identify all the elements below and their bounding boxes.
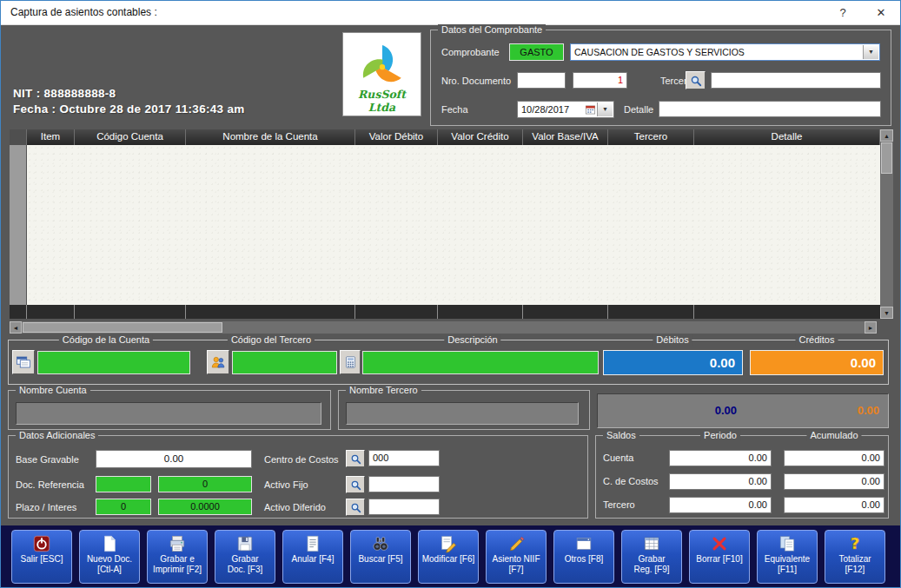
- comprobante-code-field[interactable]: GASTO: [509, 43, 564, 61]
- fecha-datepicker[interactable]: 10/28/2017 ▼: [517, 101, 614, 118]
- codigo-tercero-label: Código del Tercero: [228, 334, 315, 346]
- search-icon: [350, 502, 361, 513]
- borrar-label: Borrar [F10]: [696, 554, 742, 565]
- horizontal-scrollbar[interactable]: ◄ ►: [10, 321, 877, 334]
- grabar-doc-button[interactable]: Grabar Doc. [F3]: [215, 530, 275, 584]
- column-header-nombre-cuenta[interactable]: Nombre de la Cuenta: [186, 129, 355, 145]
- title-bar: Captura de asientos contables : ? ✕: [1, 1, 900, 25]
- void-document-icon: [303, 534, 322, 553]
- anular-button[interactable]: Anular [F4]: [282, 530, 343, 584]
- creditos-amount-field[interactable]: 0.00: [750, 350, 884, 375]
- activo-fijo-search-button[interactable]: [346, 476, 365, 493]
- calculator-button[interactable]: [340, 350, 361, 374]
- fecha-text: Fecha : Octubre 28 de 2017 11:36:43 am: [13, 102, 245, 116]
- nombre-tercero-display: [346, 402, 579, 425]
- column-header-valor-credito[interactable]: Valor Crédito: [438, 129, 523, 145]
- column-header-item[interactable]: Item: [27, 129, 75, 145]
- debitos-amount-field[interactable]: 0.00: [603, 350, 743, 375]
- comprobante-label: Comprobante: [441, 47, 500, 57]
- equivalent-docs-icon: [778, 534, 797, 553]
- otros-button[interactable]: Otros [F8]: [553, 530, 614, 584]
- fecha-label: Fecha: [441, 104, 468, 115]
- grid-footer-strip: [10, 305, 880, 319]
- scroll-up-icon[interactable]: ▲: [880, 129, 893, 142]
- equivalente-button[interactable]: Equivalente [F11]: [757, 530, 818, 584]
- scroll-left-icon[interactable]: ◄: [10, 321, 22, 334]
- documento-prefix-field[interactable]: [517, 72, 566, 89]
- logo-text: RusSoft Ltda: [343, 88, 421, 114]
- chevron-down-icon[interactable]: ▼: [863, 45, 878, 59]
- help-button[interactable]: ?: [824, 1, 862, 24]
- grid-body[interactable]: [10, 145, 880, 305]
- tercero-field[interactable]: [711, 72, 881, 89]
- grabar-imprimir-label: Grabar e Imprimir [F2]: [153, 554, 202, 575]
- vertical-scroll-thumb[interactable]: [881, 142, 892, 174]
- plazo-field[interactable]: 0: [96, 499, 151, 515]
- acumulado-label: Acumulado: [806, 430, 861, 441]
- entry-row: Código de la Cuenta Código del Tercero D…: [8, 340, 889, 385]
- nuevo-doc-label: Nuevo Doc. [Ctl-A]: [87, 554, 132, 575]
- descripcion-label: Descripción: [444, 334, 500, 346]
- totals-panel: 0.00 0.00: [597, 393, 889, 428]
- column-header-detalle[interactable]: Detalle: [694, 129, 880, 145]
- centro-costos-search-button[interactable]: [346, 450, 365, 467]
- comprobante-groupbox: Datos del Comprobante Comprobante GASTO …: [430, 30, 891, 126]
- grabar-reg-button[interactable]: Grabar Reg. [F9]: [621, 530, 682, 584]
- tercero-lookup-button[interactable]: [207, 350, 229, 374]
- toolbar: Salir [ESC] Nuevo Doc. [Ctl-A] Grabar e …: [1, 525, 901, 588]
- centro-costos-field[interactable]: 000: [368, 450, 440, 466]
- detalle-field[interactable]: [659, 101, 881, 117]
- salir-button[interactable]: Salir [ESC]: [11, 530, 72, 584]
- codigo-cuenta-label: Código de la Cuenta: [59, 334, 153, 346]
- base-gravable-field[interactable]: 0.00: [96, 450, 252, 468]
- grabar-imprimir-button[interactable]: Grabar e Imprimir [F2]: [147, 530, 208, 584]
- documento-number-field[interactable]: 1: [573, 72, 627, 89]
- saldo-ccostos-acumulado: 0.00: [784, 473, 884, 490]
- column-header-codigo-cuenta[interactable]: Código Cuenta: [75, 129, 186, 145]
- fecha-value: 10/28/2017: [521, 104, 569, 115]
- grabar-doc-label: Grabar Doc. [F3]: [228, 554, 263, 575]
- modificar-button[interactable]: Modificar [F6]: [418, 530, 479, 584]
- doc-referencia-label: Doc. Referencia: [16, 479, 84, 490]
- equivalente-label: Equivalente [F11]: [765, 554, 810, 575]
- nombre-cuenta-label: Nombre Cuenta: [16, 385, 90, 396]
- nit-text: NIT : 888888888-8: [13, 87, 116, 100]
- nuevo-doc-button[interactable]: Nuevo Doc. [Ctl-A]: [79, 530, 140, 584]
- comprobante-select[interactable]: CAUSACION DE GASTOS Y SERVICIOS ▼: [570, 43, 880, 61]
- grid-rows-area[interactable]: [27, 145, 880, 305]
- column-header-valor-base-iva[interactable]: Valor Base/IVA: [523, 129, 608, 145]
- activo-fijo-field[interactable]: [368, 476, 440, 492]
- cuenta-lookup-button[interactable]: [12, 350, 35, 374]
- saldo-cuenta-acumulado: 0.00: [784, 450, 884, 466]
- borrar-button[interactable]: Borrar [F10]: [689, 530, 750, 584]
- scroll-right-icon[interactable]: ►: [865, 321, 877, 334]
- buscar-button[interactable]: Buscar [F5]: [350, 530, 411, 584]
- doc-referencia-numero-field[interactable]: 0: [158, 476, 252, 492]
- doc-referencia-tipo-field[interactable]: [96, 476, 151, 492]
- comprobante-groupbox-title: Datos del Comprobante: [438, 24, 546, 36]
- nombre-tercero-label: Nombre Tercero: [346, 385, 421, 396]
- tercero-search-button[interactable]: [686, 71, 706, 89]
- asiento-niif-button[interactable]: Asiento NIIF [F7]: [486, 530, 547, 584]
- column-header-tercero[interactable]: Tercero: [608, 129, 694, 145]
- activo-diferido-search-button[interactable]: [346, 499, 365, 516]
- activo-diferido-field[interactable]: [368, 499, 440, 515]
- window-title: Captura de asientos contables :: [10, 1, 157, 24]
- descripcion-input[interactable]: [362, 351, 599, 374]
- row-selector-strip[interactable]: [10, 145, 27, 305]
- saldos-title: Saldos: [603, 430, 639, 441]
- horizontal-scroll-thumb[interactable]: [23, 322, 222, 333]
- scroll-down-icon[interactable]: ▼: [880, 307, 893, 319]
- codigo-tercero-input[interactable]: [232, 351, 337, 374]
- chevron-down-icon[interactable]: ▼: [597, 102, 613, 116]
- vertical-scrollbar[interactable]: ▲ ▼: [880, 129, 893, 319]
- interes-field[interactable]: 0.0000: [158, 499, 252, 515]
- codigo-cuenta-input[interactable]: [37, 351, 190, 374]
- search-icon: [350, 479, 361, 491]
- totalizar-button[interactable]: ? Totalizar [F12]: [825, 530, 885, 584]
- column-header-valor-debito[interactable]: Valor Débito: [355, 129, 438, 145]
- delete-x-icon: [710, 534, 729, 553]
- close-button[interactable]: ✕: [862, 1, 900, 24]
- saldo-tercero-acumulado: 0.00: [784, 497, 884, 513]
- saldos-groupbox: Saldos Periodo Acumulado Cuenta 0.00 0.0…: [595, 435, 889, 519]
